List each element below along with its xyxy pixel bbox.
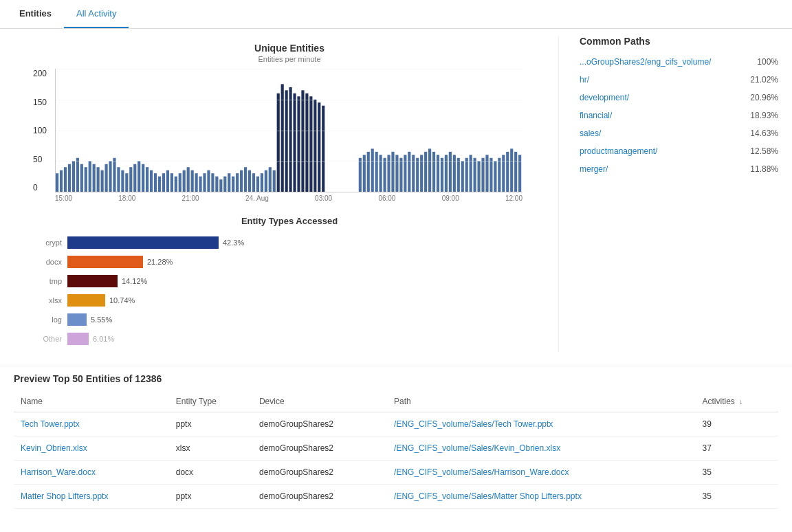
entity-label: docx [34,258,62,266]
entity-label: log [34,315,62,324]
svg-rect-53 [273,170,276,192]
svg-rect-17 [125,173,128,192]
svg-rect-68 [367,152,370,192]
entity-bar [67,236,219,249]
sort-icon: ↓ [739,398,742,406]
svg-rect-99 [494,161,496,192]
svg-rect-26 [162,173,165,192]
svg-rect-24 [154,173,157,192]
svg-rect-23 [150,170,153,192]
cell-name[interactable]: Kevin_Obrien.xlsx [14,436,169,461]
cell-activities: 39 [695,412,778,436]
path-row: merger/ 11.88% [580,164,778,174]
svg-rect-20 [138,161,140,192]
svg-rect-33 [191,170,194,192]
cell-path[interactable]: /ENG_CIFS_volume/Sales/Matter Shop Lifte… [387,485,695,509]
path-name[interactable]: financial/ [580,111,612,120]
svg-rect-55 [281,84,284,192]
entity-pct: 10.74% [109,296,135,304]
tab-all-activity[interactable]: All Activity [64,0,129,28]
svg-rect-98 [490,158,492,192]
unique-entities-subtitle: Entities per minute [34,55,544,63]
svg-rect-30 [179,173,182,192]
svg-rect-45 [240,170,243,192]
cell-name[interactable]: Tech Tower.pptx [14,412,169,436]
chart-area [55,69,522,192]
preview-title: Preview Top 50 Entities of 12386 [14,373,778,384]
grid-line-200 [56,69,522,69]
table-body: Tech Tower.pptx pptx demoGroupShares2 /E… [14,412,778,509]
path-name[interactable]: development/ [580,93,629,102]
path-name[interactable]: sales/ [580,129,601,138]
svg-rect-66 [359,158,362,192]
svg-rect-92 [465,158,468,192]
cell-device: demoGroupShares2 [252,412,387,436]
right-panel: Common Paths ...oGroupShares2/eng_cifs_v… [558,36,778,352]
col-name: Name [14,391,169,412]
path-name[interactable]: merger/ [580,164,608,174]
cell-path[interactable]: /ENG_CIFS_volume/Sales/Tech Tower.pptx [387,412,695,436]
path-name[interactable]: productmanagement/ [580,146,657,156]
path-pct: 100% [757,57,778,67]
cell-name[interactable]: Matter Shop Lifters.pptx [14,485,169,509]
svg-rect-49 [256,177,259,192]
cell-path[interactable]: /ENG_CIFS_volume/Sales/Harrison_Ware.doc… [387,461,695,485]
cell-device: demoGroupShares2 [252,436,387,461]
common-paths-list: ...oGroupShares2/eng_cifs_volume/ 100% h… [580,57,778,174]
unique-entities-section: Unique Entities Entities per minute 200 … [14,36,544,345]
grid-line-150 [56,100,522,100]
path-name[interactable]: hr/ [580,75,589,85]
cell-activities: 35 [695,461,778,485]
svg-rect-88 [449,152,452,192]
svg-rect-48 [252,173,255,192]
svg-rect-58 [293,93,296,192]
col-activities[interactable]: Activities ↓ [695,391,778,412]
svg-rect-1 [60,170,63,192]
path-pct: 18.93% [750,111,778,120]
y-axis-labels: 200 150 100 50 0 [33,69,47,192]
table-row: Matter Shop Lifters.pptx pptx demoGroupS… [14,485,778,509]
cell-type: xlsx [169,436,252,461]
svg-rect-43 [232,177,234,192]
path-pct: 11.88% [750,164,778,174]
svg-rect-57 [289,87,292,192]
col-entity-type: Entity Type [169,391,252,412]
svg-rect-9 [93,164,96,192]
svg-rect-51 [265,170,267,192]
svg-rect-36 [203,173,206,192]
svg-rect-39 [215,177,218,192]
svg-rect-64 [318,102,320,192]
cell-path[interactable]: /ENG_CIFS_volume/Sales/Kevin_Obrien.xlsx [387,436,695,461]
entity-pct: 21.28% [147,258,173,266]
svg-rect-5 [76,158,79,192]
cell-type: pptx [169,412,252,436]
entity-label: tmp [34,277,62,285]
entity-bar [67,294,105,307]
svg-rect-103 [510,148,513,192]
path-pct: 20.96% [750,93,778,102]
entity-bar-row: crypt 42.3% [34,236,544,249]
entity-bar [67,313,87,326]
entity-bar-row: Other 6.01% [34,333,544,345]
table-row: Harrison_Ware.docx docx demoGroupShares2… [14,461,778,485]
path-row: development/ 20.96% [580,93,778,102]
entity-pct: 42.3% [223,239,244,247]
svg-rect-8 [89,161,91,192]
svg-rect-37 [207,170,210,192]
cell-type: pptx [169,485,252,509]
cell-name[interactable]: Harrison_Ware.docx [14,461,169,485]
svg-rect-76 [399,158,402,192]
entity-bar [67,275,118,287]
path-name[interactable]: ...oGroupShares2/eng_cifs_volume/ [580,57,711,67]
svg-rect-52 [269,167,272,192]
svg-rect-96 [481,158,484,192]
svg-rect-34 [195,173,198,192]
entity-bar-row: docx 21.28% [34,256,544,268]
grid-line-50 [56,161,522,162]
svg-rect-3 [68,164,71,192]
path-row: hr/ 21.02% [580,75,778,85]
path-pct: 12.58% [750,146,778,156]
cell-activities: 35 [695,485,778,509]
tab-entities[interactable]: Entities [7,0,64,28]
table-row: Kevin_Obrien.xlsx xlsx demoGroupShares2 … [14,436,778,461]
